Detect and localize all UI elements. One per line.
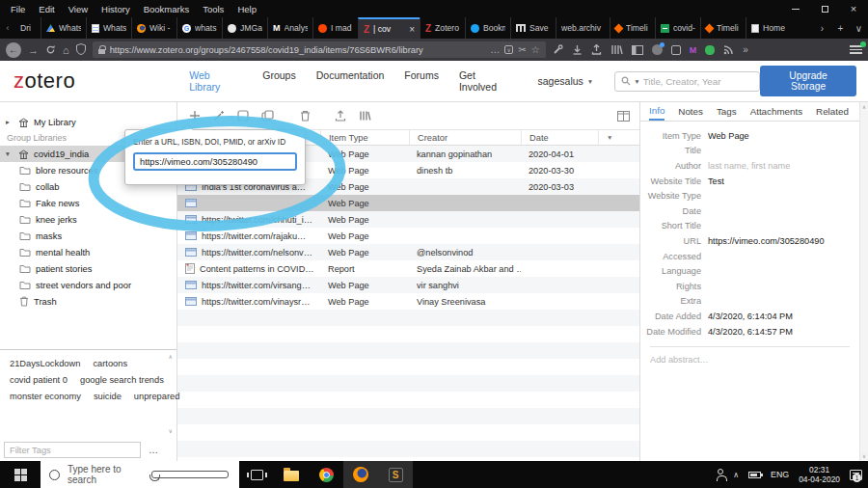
- browser-tab[interactable]: Timeli: [700, 17, 746, 39]
- menu-edit[interactable]: Edit: [32, 4, 61, 14]
- scroll-tabs-right-icon[interactable]: ›: [813, 23, 831, 34]
- tab-tags[interactable]: Tags: [717, 106, 737, 117]
- export-button[interactable]: [335, 110, 346, 122]
- table-row[interactable]: https://twitter.com/vinaysr… Web Page Vi…: [177, 293, 639, 310]
- minimize-button[interactable]: [781, 0, 810, 17]
- library-icon[interactable]: [610, 41, 623, 59]
- table-row[interactable]: Content patterns in COVID… Report Syeda …: [177, 260, 639, 277]
- notification-icon[interactable]: 1: [850, 470, 862, 480]
- tag[interactable]: 21DaysLockdown: [10, 359, 80, 368]
- tag-scroll-up-icon[interactable]: ∧: [169, 353, 173, 360]
- collection-item[interactable]: mental health: [0, 244, 176, 260]
- create-bibliography-button[interactable]: [359, 110, 371, 122]
- trash-button[interactable]: [300, 110, 311, 122]
- search-input[interactable]: [643, 76, 753, 87]
- table-row[interactable]: https://twitter.com/nelsonv… Web Page @n…: [177, 244, 639, 260]
- tag-options-icon[interactable]: …: [149, 445, 159, 455]
- table-row[interactable]: https://twitter.com/chhuti_i… Web Page: [177, 211, 639, 228]
- people-icon[interactable]: [718, 469, 723, 474]
- browser-tab[interactable]: Save P: [510, 17, 556, 39]
- scrollbar[interactable]: ∧ ∨: [859, 102, 868, 461]
- add-attachment-button[interactable]: [261, 110, 274, 122]
- screenshot-icon[interactable]: ✂: [518, 44, 526, 55]
- tag-scroll-down-icon[interactable]: ∨: [169, 427, 173, 434]
- tab-attachments[interactable]: Attachments: [750, 106, 802, 117]
- browser-tab[interactable]: Home: [746, 17, 791, 39]
- chrome-button[interactable]: [309, 461, 343, 488]
- active-tab-zotero[interactable]: Z| cov×: [358, 17, 420, 39]
- battery-icon[interactable]: [748, 472, 761, 478]
- browser-tab[interactable]: Whats: [86, 17, 131, 39]
- nav-get-involved[interactable]: Get Involved: [459, 69, 515, 93]
- browser-tab[interactable]: Timeli: [610, 17, 655, 39]
- close-tab-icon[interactable]: ×: [409, 24, 415, 35]
- zotero-logo[interactable]: zotero: [14, 68, 75, 94]
- microphone-icon[interactable]: [151, 471, 230, 478]
- browser-tab[interactable]: MAnalys: [267, 17, 312, 39]
- close-window-button[interactable]: ×: [839, 0, 868, 17]
- clock[interactable]: 02:3104-04-2020: [799, 465, 840, 484]
- file-explorer-button[interactable]: [274, 461, 309, 488]
- filter-tags-input[interactable]: [4, 442, 141, 458]
- rss-icon[interactable]: [723, 41, 734, 59]
- tag[interactable]: cartoons: [93, 359, 127, 368]
- share-icon[interactable]: [591, 41, 602, 59]
- browser-tab[interactable]: ZZotero: [420, 17, 465, 39]
- browser-tab[interactable]: Wiki -: [131, 17, 176, 39]
- tag[interactable]: google search trends: [80, 375, 164, 385]
- field-value-author[interactable]: last name, first name: [708, 161, 790, 171]
- sidebar-toggle-icon[interactable]: [632, 41, 643, 59]
- home-button[interactable]: ⌂: [63, 44, 69, 56]
- add-by-identifier-button[interactable]: [213, 110, 225, 122]
- caret-right-icon[interactable]: ▸: [6, 118, 14, 126]
- collection-item[interactable]: street vendors and poor: [0, 277, 176, 293]
- column-header-date[interactable]: Date: [521, 130, 598, 145]
- snagit-button[interactable]: S: [378, 461, 413, 488]
- nav-groups[interactable]: Groups: [262, 69, 295, 93]
- tab-related[interactable]: Related: [816, 106, 849, 117]
- menu-file[interactable]: File: [4, 4, 32, 14]
- new-tab-button[interactable]: +: [831, 23, 850, 34]
- menu-history[interactable]: History: [95, 4, 137, 14]
- bookmark-star-icon[interactable]: ☆: [531, 44, 540, 55]
- collection-item[interactable]: patient stories: [0, 260, 176, 277]
- start-button[interactable]: [0, 461, 41, 488]
- column-header-creator[interactable]: Creator: [409, 130, 521, 145]
- collection-item[interactable]: masks: [0, 228, 176, 244]
- url-bar[interactable]: https://www.zotero.org/groups/2467558/co…: [93, 41, 546, 58]
- column-header-item-type[interactable]: Item Type: [320, 130, 409, 145]
- upgrade-storage-button[interactable]: Upgrade Storage: [760, 66, 856, 96]
- tab-notes[interactable]: Notes: [678, 106, 703, 117]
- zotero-connector-icon[interactable]: [553, 41, 563, 59]
- tag[interactable]: unprepared: [134, 392, 180, 401]
- field-value-website-title[interactable]: Test: [708, 176, 724, 186]
- hidden-icons-chevron-icon[interactable]: ∧: [733, 471, 739, 479]
- scroll-tabs-left-icon[interactable]: ‹: [0, 17, 15, 39]
- task-view-button[interactable]: [239, 461, 274, 488]
- menu-view[interactable]: View: [62, 4, 95, 14]
- forward-button[interactable]: →: [28, 44, 39, 56]
- extension-m-icon[interactable]: M: [690, 45, 697, 55]
- browser-tab[interactable]: Gwhats: [176, 17, 222, 39]
- field-value-url[interactable]: https://vimeo.com/305280490: [708, 236, 825, 246]
- library-search-box[interactable]: ▼: [614, 71, 760, 92]
- browser-tab[interactable]: Dri: [15, 17, 41, 39]
- menu-help[interactable]: Help: [231, 4, 263, 14]
- restore-button[interactable]: [810, 0, 839, 17]
- new-item-button[interactable]: [189, 110, 201, 122]
- browser-tab[interactable]: web.archiv: [556, 17, 610, 39]
- browser-tab[interactable]: covid-: [655, 17, 700, 39]
- user-menu[interactable]: sagesalus▼: [538, 75, 594, 87]
- scroll-up-icon[interactable]: ∧: [862, 104, 866, 110]
- scroll-down-icon[interactable]: ∨: [862, 453, 866, 459]
- account-avatar-icon[interactable]: [652, 44, 663, 55]
- caret-down-icon[interactable]: ▾: [6, 149, 14, 158]
- language-indicator[interactable]: ENG: [771, 470, 789, 479]
- identifier-input[interactable]: [133, 152, 297, 171]
- tab-info[interactable]: Info: [649, 102, 665, 121]
- table-row-selected[interactable]: Web Page: [177, 195, 639, 211]
- extension-monster-icon[interactable]: [705, 45, 715, 55]
- column-picker-icon[interactable]: [617, 111, 630, 122]
- download-icon[interactable]: [572, 41, 583, 59]
- pocket-icon[interactable]: ∨: [504, 45, 513, 54]
